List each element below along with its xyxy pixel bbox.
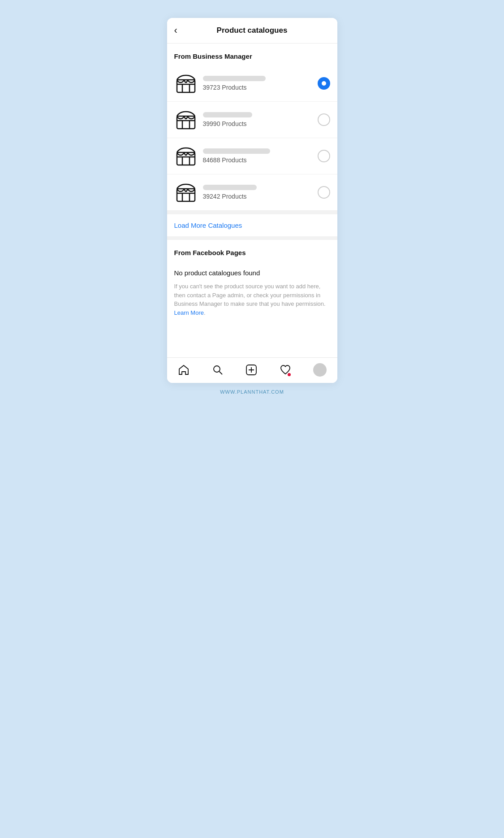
nav-item-home[interactable] bbox=[177, 364, 190, 376]
catalogue-name-blur-4 bbox=[203, 185, 257, 190]
nav-item-add[interactable] bbox=[245, 364, 258, 376]
catalogue-info-4: 39242 Products bbox=[203, 185, 318, 200]
nav-item-search[interactable] bbox=[211, 364, 224, 376]
header: ‹ Product catalogues bbox=[167, 18, 337, 43]
store-icon-2 bbox=[174, 108, 198, 131]
content-area: From Business Manager bbox=[167, 43, 337, 357]
catalogue-name-blur-3 bbox=[203, 148, 270, 154]
learn-more-link[interactable]: Learn More bbox=[174, 309, 204, 316]
watermark: WWW.PLANNTHAT.COM bbox=[158, 383, 346, 397]
info-text: If you can't see the product source you … bbox=[167, 280, 337, 326]
store-icon-4 bbox=[174, 181, 198, 204]
catalogue-count-4: 39242 Products bbox=[203, 193, 318, 200]
business-manager-section-label: From Business Manager bbox=[167, 43, 337, 65]
add-icon bbox=[245, 364, 258, 376]
radio-button-1[interactable] bbox=[318, 77, 330, 90]
svg-point-4 bbox=[214, 366, 220, 372]
catalogue-info-2: 39990 Products bbox=[203, 112, 318, 127]
nav-item-activity[interactable] bbox=[279, 364, 292, 376]
section-divider bbox=[167, 211, 337, 214]
svg-rect-2 bbox=[177, 152, 195, 165]
avatar bbox=[313, 363, 327, 377]
phone-container: ‹ Product catalogues From Business Manag… bbox=[158, 18, 346, 397]
catalogue-name-blur-1 bbox=[203, 76, 266, 81]
facebook-pages-section-label: From Facebook Pages bbox=[167, 240, 337, 262]
catalogue-name-blur-2 bbox=[203, 112, 252, 117]
load-more-button[interactable]: Load More Catalogues bbox=[167, 214, 337, 236]
nav-item-profile[interactable] bbox=[313, 363, 327, 377]
catalogue-item-4[interactable]: 39242 Products bbox=[167, 174, 337, 211]
catalogue-count-2: 39990 Products bbox=[203, 120, 318, 127]
catalogue-info-1: 39723 Products bbox=[203, 76, 318, 91]
section-divider-2 bbox=[167, 236, 337, 240]
no-catalogues-text: No product catalogues found bbox=[167, 262, 337, 280]
page-title: Product catalogues bbox=[217, 26, 288, 35]
catalogue-item-3[interactable]: 84688 Products bbox=[167, 138, 337, 174]
catalogue-count-3: 84688 Products bbox=[203, 156, 318, 164]
bottom-navigation bbox=[167, 357, 337, 383]
radio-button-3[interactable] bbox=[318, 150, 330, 162]
home-icon bbox=[177, 364, 190, 376]
radio-button-4[interactable] bbox=[318, 186, 330, 199]
svg-line-5 bbox=[219, 372, 222, 375]
catalogue-item-2[interactable]: 39990 Products bbox=[167, 102, 337, 138]
catalogue-info-3: 84688 Products bbox=[203, 148, 318, 164]
svg-rect-0 bbox=[177, 80, 195, 92]
store-icon-1 bbox=[174, 72, 198, 95]
app-window: ‹ Product catalogues From Business Manag… bbox=[167, 18, 337, 383]
svg-rect-1 bbox=[177, 116, 195, 129]
catalogue-count-1: 39723 Products bbox=[203, 84, 318, 91]
store-icon-3 bbox=[174, 144, 198, 168]
catalogue-item-1[interactable]: 39723 Products bbox=[167, 65, 337, 102]
search-icon bbox=[211, 364, 224, 376]
svg-rect-3 bbox=[177, 189, 195, 201]
radio-button-2[interactable] bbox=[318, 113, 330, 126]
back-button[interactable]: ‹ bbox=[174, 26, 177, 35]
